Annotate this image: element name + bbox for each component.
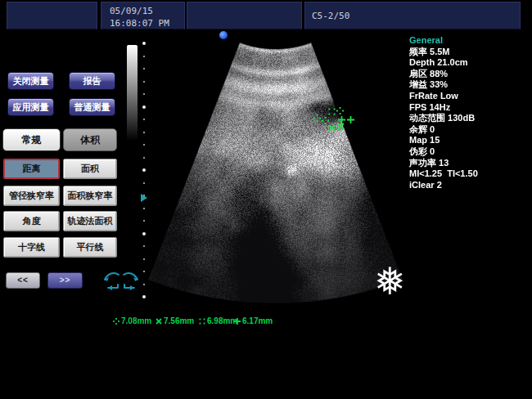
- close-measure-button[interactable]: 关闭测量: [7, 72, 54, 90]
- measurement-result: 7.08mm: [113, 316, 151, 325]
- info-line: Depth 21.0cm: [409, 57, 530, 69]
- measurement-value: 6.17mm: [242, 316, 273, 325]
- measurement-result: 7.56mm: [156, 316, 194, 325]
- measurement-value: 6.98mm: [207, 316, 237, 325]
- measurement-value: 7.08mm: [121, 316, 151, 325]
- caliper-marker-dotted-plus: [336, 103, 344, 110]
- caliper-marker-dotted-x: [328, 104, 336, 111]
- info-line: 扇区 88%: [409, 69, 530, 80]
- caliper-marker-plus: [347, 112, 354, 119]
- info-line: 动态范围 130dB: [409, 113, 530, 124]
- info-line: 伪彩 0: [409, 146, 530, 158]
- grayscale-bar: [127, 45, 138, 141]
- ruler-tick: [143, 56, 145, 57]
- date-label: 05/09/15: [110, 5, 184, 17]
- caliper-marker-x: [337, 119, 345, 126]
- ruler-tick: [143, 284, 145, 285]
- caliper-marker-dotted-plus: [313, 110, 321, 118]
- measurement-result: 6.17mm: [234, 316, 273, 325]
- ruler-tick: [143, 144, 145, 146]
- next-page-button[interactable]: >>: [47, 272, 83, 289]
- topbar-datetime-box: 05/09/15 16:08:07 PM: [101, 2, 185, 29]
- ruler-tick: [143, 119, 145, 120]
- tab-volume[interactable]: 体积: [63, 128, 117, 151]
- info-line: iClear 2: [409, 180, 530, 191]
- measure-diameter-stenosis-button[interactable]: 管径狭窄率: [3, 186, 60, 206]
- measure-area-stenosis-button[interactable]: 面积狭窄率: [63, 186, 117, 206]
- general-measure-button[interactable]: 普通测量: [69, 98, 115, 116]
- time-label: 16:08:07 PM: [110, 17, 184, 29]
- info-line: FPS 14Hz: [409, 102, 530, 114]
- ruler-tick: [143, 68, 145, 69]
- info-line: 声功率 13: [409, 158, 530, 169]
- topbar-patient-box: [187, 2, 302, 29]
- ruler-tick: [143, 157, 145, 159]
- topbar-probe-box: C5-2/50: [304, 2, 521, 29]
- prev-page-button[interactable]: <<: [6, 272, 40, 289]
- freeze-snowflake-icon: ❅: [374, 262, 406, 300]
- ruler-tick: [143, 208, 145, 209]
- focus-marker-icon: [141, 194, 147, 202]
- image-info-panel: General 频率 5.5MDepth 21.0cm扇区 88%增益 33%F…: [409, 35, 530, 191]
- report-button[interactable]: 报告: [69, 72, 115, 90]
- ruler-tick: [143, 182, 145, 184]
- measurement-value: 7.56mm: [164, 316, 194, 325]
- info-line: 余辉 0: [409, 124, 530, 136]
- info-line: Map 15: [409, 135, 530, 146]
- ruler-tick: [142, 168, 146, 172]
- ruler-tick: [142, 42, 146, 45]
- info-line: 频率 5.5M: [409, 47, 530, 58]
- ruler-tick: [142, 105, 146, 109]
- measurement-result: 6.98mm: [199, 316, 237, 325]
- measure-parallel-line-button[interactable]: 平行线: [63, 237, 117, 258]
- measure-area-button[interactable]: 面积: [63, 159, 117, 179]
- caliper-marker-x: [328, 120, 336, 128]
- info-line: FrRate Low: [409, 91, 530, 102]
- preset-title: General: [409, 35, 530, 47]
- ultrasound-app-window: 05/09/15 16:08:07 PM C5-2/50 关闭测量 报告 应用测…: [0, 0, 532, 399]
- ruler-tick: [143, 93, 145, 95]
- apply-measure-button[interactable]: 应用测量: [7, 98, 54, 116]
- measure-trace-area-button[interactable]: 轨迹法面积: [63, 211, 117, 231]
- ruler-tick: [143, 258, 145, 260]
- ruler-tick: [143, 271, 145, 272]
- ruler-tick: [142, 295, 146, 298]
- measure-crosshair-button[interactable]: 十字线: [3, 237, 60, 258]
- ruler-tick: [143, 81, 145, 83]
- measure-angle-button[interactable]: 角度: [3, 211, 60, 231]
- measure-distance-button[interactable]: 距离: [3, 159, 60, 179]
- ruler-tick: [142, 232, 146, 235]
- tab-routine[interactable]: 常规: [2, 128, 61, 151]
- orientation-dot-icon: [219, 31, 228, 39]
- info-line: MI<1.25 TI<1.50: [409, 168, 530, 180]
- probe-preset-label: C5-2/50: [312, 10, 349, 22]
- ruler-tick: [143, 220, 145, 222]
- info-line: 增益 33%: [409, 79, 530, 91]
- ruler-tick: [143, 245, 145, 247]
- topbar-hospital-box: [7, 2, 97, 29]
- ruler-tick: [143, 132, 145, 133]
